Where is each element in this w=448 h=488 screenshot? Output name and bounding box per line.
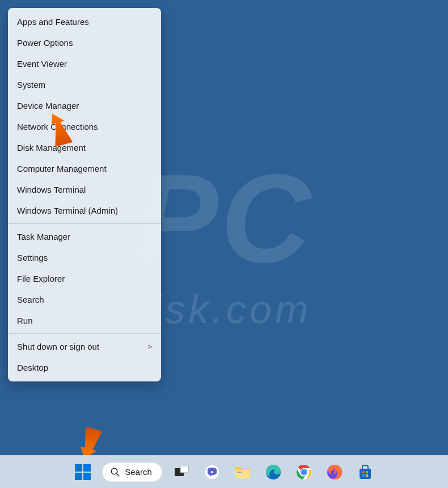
chevron-right-icon: >: [147, 342, 152, 351]
menu-item-apps-and-features[interactable]: Apps and Features: [8, 11, 161, 32]
menu-item-network-connections[interactable]: Network Connections: [8, 116, 161, 137]
menu-item-label: Apps and Features: [17, 17, 89, 27]
menu-separator: [8, 223, 161, 224]
menu-item-label: Computer Management: [17, 164, 107, 173]
chat-icon: [204, 464, 221, 481]
svg-rect-19: [366, 474, 368, 477]
menu-item-label: Task Manager: [17, 232, 70, 241]
menu-item-label: Settings: [17, 253, 48, 262]
menu-item-disk-management[interactable]: Disk Management: [8, 137, 161, 158]
menu-item-label: Network Connections: [17, 122, 98, 131]
search-icon: [110, 467, 120, 477]
svg-point-14: [302, 470, 306, 474]
svg-rect-16: [362, 471, 365, 473]
svg-rect-17: [366, 471, 368, 473]
menu-item-label: Desktop: [17, 363, 48, 372]
file-explorer-icon: [234, 464, 251, 481]
menu-item-run[interactable]: Run: [8, 310, 161, 331]
start-button[interactable]: [71, 461, 94, 483]
taskbar-search-label: Search: [125, 467, 152, 477]
watermark-bottom: risk.com: [137, 287, 312, 332]
svg-line-3: [116, 473, 119, 476]
menu-item-power-options[interactable]: Power Options: [8, 32, 161, 53]
chrome-icon: [295, 464, 312, 481]
svg-rect-18: [362, 474, 365, 477]
menu-item-shut-down-or-sign-out[interactable]: Shut down or sign out>: [8, 336, 161, 357]
menu-item-settings[interactable]: Settings: [8, 247, 161, 268]
menu-item-label: File Explorer: [17, 274, 65, 283]
svg-rect-5: [180, 466, 188, 473]
winx-context-menu[interactable]: Apps and FeaturesPower OptionsEvent View…: [8, 8, 161, 381]
firefox-icon: [326, 464, 343, 481]
menu-item-windows-terminal[interactable]: Windows Terminal: [8, 179, 161, 200]
menu-item-computer-management[interactable]: Computer Management: [8, 158, 161, 179]
windows-logo-icon: [75, 464, 91, 480]
menu-item-label: Shut down or sign out: [17, 342, 99, 351]
file-explorer-button[interactable]: [231, 461, 254, 483]
menu-item-label: System: [17, 80, 45, 90]
firefox-button[interactable]: [323, 461, 346, 483]
menu-item-device-manager[interactable]: Device Manager: [8, 95, 161, 116]
svg-point-7: [211, 471, 213, 473]
menu-item-search[interactable]: Search: [8, 289, 161, 310]
menu-item-label: Run: [17, 316, 33, 325]
taskbar: Search: [0, 455, 448, 488]
taskbar-search[interactable]: Search: [102, 462, 162, 482]
menu-item-label: Power Options: [17, 38, 73, 48]
svg-rect-9: [237, 472, 242, 473]
microsoft-store-button[interactable]: [354, 461, 377, 483]
menu-item-label: Disk Management: [17, 143, 86, 152]
menu-separator: [8, 333, 161, 334]
menu-item-label: Search: [17, 295, 44, 304]
edge-button[interactable]: [262, 461, 285, 483]
menu-item-label: Device Manager: [17, 101, 79, 111]
svg-rect-8: [235, 470, 250, 478]
menu-item-task-manager[interactable]: Task Manager: [8, 226, 161, 247]
menu-item-event-viewer[interactable]: Event Viewer: [8, 53, 161, 74]
chrome-button[interactable]: [293, 461, 315, 483]
microsoft-store-icon: [357, 464, 374, 481]
watermark-top: PC: [135, 156, 313, 281]
edge-icon: [265, 464, 282, 481]
menu-item-desktop[interactable]: Desktop: [8, 357, 161, 378]
menu-item-file-explorer[interactable]: File Explorer: [8, 268, 161, 289]
menu-item-label: Windows Terminal (Admin): [17, 206, 118, 215]
chat-button[interactable]: [201, 461, 223, 483]
task-view-icon: [173, 464, 190, 481]
task-view-button[interactable]: [170, 461, 193, 483]
menu-item-windows-terminal-admin[interactable]: Windows Terminal (Admin): [8, 200, 161, 221]
menu-item-label: Event Viewer: [17, 59, 67, 69]
menu-item-system[interactable]: System: [8, 74, 161, 95]
menu-item-label: Windows Terminal: [17, 185, 86, 194]
